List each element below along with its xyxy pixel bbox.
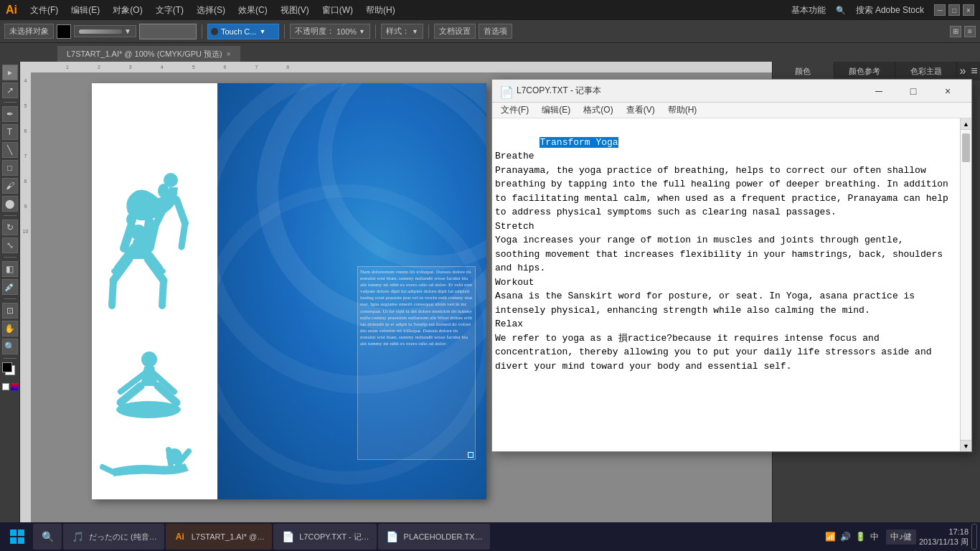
- line-tool[interactable]: ╲: [2, 142, 18, 158]
- taskbar-search[interactable]: 🔍: [33, 524, 62, 550]
- panel-menu[interactable]: ≡: [969, 62, 980, 80]
- doc-setup-btn[interactable]: 文档设置: [434, 24, 476, 39]
- menu-view[interactable]: 视图(V): [275, 3, 315, 18]
- panel-tab-color-guide[interactable]: 颜色参考: [834, 62, 896, 80]
- scroll-up-btn[interactable]: ▲: [961, 118, 971, 130]
- svg-line-27: [103, 467, 113, 472]
- panel-tab-bar: 颜色 颜色参考 色彩主题 » ≡: [773, 62, 980, 80]
- notepad-content[interactable]: Transform Yoga Breathe Pranayama, the yo…: [492, 118, 960, 451]
- notepad-menu-help[interactable]: 帮助(H): [662, 103, 703, 118]
- tool-sep5: [4, 358, 17, 359]
- panel-btn[interactable]: ≡: [964, 26, 976, 37]
- fill-color[interactable]: [57, 24, 71, 39]
- notepad-menu-format[interactable]: 格式(O): [578, 103, 618, 118]
- menu-window[interactable]: 窗口(W): [316, 3, 359, 18]
- menu-effect[interactable]: 效果(C): [232, 3, 273, 18]
- music-label: だったのに (纯音…: [89, 532, 157, 542]
- menu-file[interactable]: 文件(F): [24, 3, 64, 18]
- yoga-figure-2: [111, 225, 166, 306]
- artboard-tool[interactable]: ⊡: [2, 303, 18, 319]
- panel-tab-color[interactable]: 颜色: [773, 62, 834, 80]
- zoom-tool[interactable]: 🔍: [2, 339, 18, 354]
- none-swatch[interactable]: [2, 383, 9, 390]
- svg-line-13: [162, 281, 164, 306]
- svg-point-18: [141, 352, 157, 367]
- rect-tool[interactable]: □: [2, 160, 18, 176]
- resize-handle[interactable]: [468, 452, 473, 458]
- menu-select[interactable]: 选择(S): [191, 3, 231, 18]
- preferences-btn[interactable]: 首选项: [479, 24, 512, 39]
- svg-line-12: [112, 281, 113, 306]
- taskbar-right: 📶 🔊 🔋 中 中♪健 17:18 2013/11/13 周: [821, 524, 977, 550]
- opacity-field[interactable]: 不透明度： 100% ▼: [290, 24, 370, 39]
- ai-taskbar-icon: Ai: [173, 529, 187, 544]
- fill-color-fg[interactable]: [2, 362, 12, 372]
- stroke-preview: [139, 24, 197, 39]
- notepad-window: 📄 L7COPY.TXT - 记事本 ─ □ × 文件(F) 编辑(E) 格式(…: [491, 79, 972, 452]
- maximize-app[interactable]: □: [948, 4, 960, 16]
- tool-sep2: [4, 215, 17, 216]
- svg-point-16: [111, 268, 123, 275]
- yoga-silhouettes-svg: [92, 83, 217, 499]
- type-tool[interactable]: T: [2, 124, 18, 140]
- select-tool[interactable]: ▸: [2, 65, 18, 80]
- panel-expand[interactable]: »: [957, 62, 969, 80]
- gradient-swatch[interactable]: [11, 383, 18, 390]
- no-selection-label: 未选择对象: [4, 24, 54, 39]
- rotate-tool[interactable]: ↻: [2, 220, 18, 235]
- paint-brush[interactable]: 🖌: [2, 178, 18, 194]
- taskbar: 🔍 🎵 だったのに (纯音… Ai L7START_1.AI* @… 📄 L7C…: [0, 522, 980, 551]
- workspace-label[interactable]: 基本功能: [786, 3, 831, 18]
- hand-tool[interactable]: ✋: [2, 321, 18, 336]
- svg-point-21: [116, 401, 181, 418]
- blob-brush[interactable]: ⬤: [2, 196, 18, 212]
- menu-help[interactable]: 帮助(H): [360, 3, 401, 18]
- ai-label: L7START_1.AI* @…: [192, 532, 265, 541]
- taskbar-item-notepad[interactable]: 📄 L7COPY.TXT - 记…: [273, 524, 376, 550]
- svg-rect-35: [18, 537, 24, 544]
- ime-indicator[interactable]: 中♪健: [886, 529, 916, 545]
- taskbar-item-placeholder[interactable]: 📄 PLACEHOLDER.TX…: [378, 524, 490, 550]
- svg-point-17: [154, 268, 166, 275]
- scroll-track[interactable]: [961, 130, 971, 440]
- gradient-tool[interactable]: ◧: [2, 261, 18, 277]
- direct-select-tool[interactable]: ↗: [2, 83, 18, 98]
- touch-field[interactable]: Touch C... ▼: [207, 24, 279, 39]
- brush-tool[interactable]: ▼: [74, 25, 136, 37]
- app-window-controls: ─ □ ×: [934, 4, 974, 16]
- close-app[interactable]: ×: [963, 4, 974, 16]
- notepad-minimize[interactable]: ─: [862, 80, 895, 102]
- scroll-down-btn[interactable]: ▼: [961, 440, 971, 451]
- menu-object[interactable]: 对象(O): [107, 3, 148, 18]
- tab-bar: L7START_1.AI* @ 100% (CMYK/GPU 预选) ×: [0, 43, 980, 62]
- pen-tool[interactable]: ✒: [2, 106, 18, 122]
- scale-tool[interactable]: ⤡: [2, 237, 18, 253]
- arrange-btn[interactable]: ⊞: [950, 26, 961, 37]
- menu-edit[interactable]: 编辑(E): [65, 3, 105, 18]
- minimize-app[interactable]: ─: [934, 4, 946, 16]
- notepad-title: L7COPY.TXT - 记事本: [517, 85, 862, 97]
- taskbar-item-music[interactable]: 🎵 だったのに (纯音…: [63, 524, 164, 550]
- stock-search[interactable]: 搜索 Adobe Stock: [850, 3, 930, 18]
- tab-close[interactable]: ×: [227, 50, 231, 58]
- eyedropper[interactable]: 💉: [2, 279, 18, 295]
- text-box-content: Num doloreetum venim ilit irillutpat. Du…: [358, 267, 475, 349]
- show-desktop[interactable]: [971, 524, 977, 550]
- menu-text[interactable]: 文字(T): [150, 3, 189, 18]
- start-button[interactable]: [3, 522, 32, 551]
- toolbox: ▸ ↗ ✒ T ╲ □ 🖌 ⬤ ↻ ⤡ ◧ 💉 ⊡ ✋ 🔍: [0, 62, 20, 535]
- document-tab[interactable]: L7START_1.AI* @ 100% (CMYK/GPU 预选) ×: [57, 46, 240, 62]
- notepad-maximize[interactable]: □: [897, 80, 930, 102]
- style-field[interactable]: 样式： ▼: [381, 24, 423, 39]
- panel-tab-themes[interactable]: 色彩主题: [895, 62, 957, 80]
- notepad-menu-file[interactable]: 文件(F): [495, 103, 534, 118]
- notepad-close[interactable]: ×: [931, 80, 964, 102]
- svg-line-2: [124, 226, 131, 248]
- notepad-menu-edit[interactable]: 编辑(E): [536, 103, 576, 118]
- scroll-thumb[interactable]: [962, 133, 970, 162]
- notepad-menu-view[interactable]: 查看(V): [621, 103, 661, 118]
- lang-icon[interactable]: 中: [870, 531, 879, 543]
- taskbar-item-ai[interactable]: Ai L7START_1.AI* @…: [166, 524, 272, 550]
- document-canvas: Num doloreetum venim ilit irillutpat. Du…: [92, 83, 486, 499]
- brush-indicator: [79, 29, 122, 34]
